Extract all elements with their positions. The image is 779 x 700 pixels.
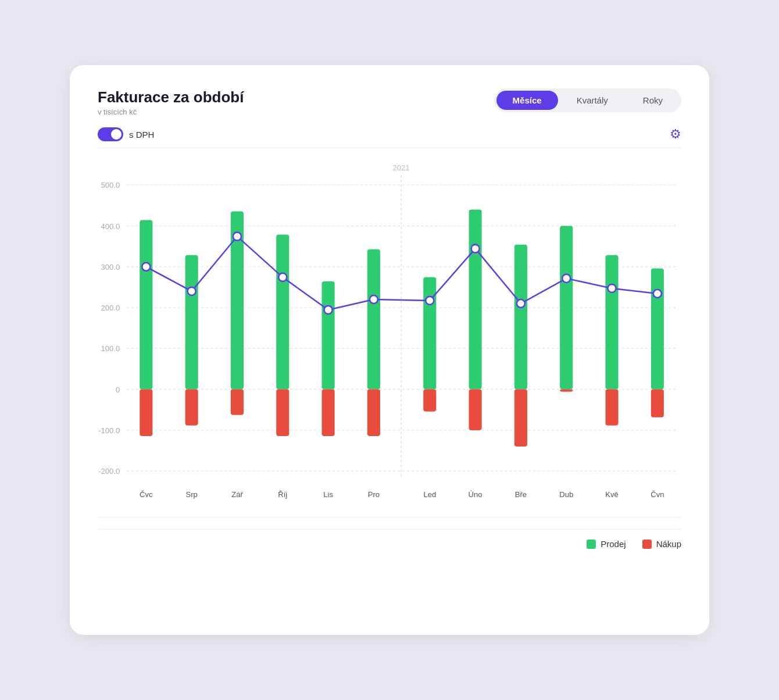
line-dot-5: [370, 295, 378, 303]
bar-prodej-lis: [322, 281, 335, 390]
line-dot-1: [188, 287, 196, 295]
line-dot-4: [324, 306, 333, 314]
svg-text:2021: 2021: [393, 163, 410, 172]
bar-nakup-uno: [469, 390, 482, 430]
bar-prodej-pro: [367, 249, 380, 390]
main-title: Fakturace za období: [98, 88, 244, 106]
svg-text:Úno: Úno: [469, 490, 483, 499]
bar-prodej-dub: [560, 226, 573, 389]
bar-nakup-led: [423, 390, 436, 412]
subtitle: v tisících kč: [98, 108, 244, 116]
tab-mesice[interactable]: Měsíce: [496, 91, 558, 110]
svg-text:-100.0: -100.0: [98, 426, 120, 435]
line-dot-2: [233, 233, 241, 241]
line-dot-0: [142, 263, 150, 271]
header: Fakturace za období v tisících kč Měsíce…: [98, 88, 681, 116]
tab-kvartaly[interactable]: Kvartály: [560, 91, 624, 110]
bar-prodej-led: [423, 277, 436, 390]
legend: Prodej Nákup: [98, 529, 681, 549]
bar-nakup-bre: [514, 390, 527, 447]
legend-label-prodej: Prodej: [601, 539, 626, 549]
bar-nakup-pro: [367, 390, 380, 436]
line-dot-6: [426, 297, 434, 305]
bar-prodej-rij: [276, 235, 289, 390]
line-dot-8: [517, 299, 525, 308]
svg-text:Zář: Zář: [231, 490, 243, 499]
legend-label-nakup: Nákup: [656, 539, 681, 549]
svg-text:Kvě: Kvě: [605, 490, 618, 499]
bar-nakup-zar: [231, 390, 244, 415]
bar-nakup-lis: [322, 390, 335, 436]
period-tabs: Měsíce Kvartály Roky: [494, 88, 681, 112]
legend-prodej: Prodej: [587, 539, 626, 549]
line-chart: [146, 237, 657, 310]
chart-svg: 500.0 400.0 300.0 200.0 100.0 0 -100.0 -…: [98, 153, 681, 515]
bar-prodej-cvc: [140, 220, 152, 389]
top-divider: [98, 148, 681, 148]
legend-nakup: Nákup: [642, 539, 681, 549]
svg-text:Dub: Dub: [559, 490, 573, 499]
bar-nakup-dub: [560, 390, 573, 392]
svg-text:500.0: 500.0: [101, 181, 120, 190]
bar-nakup-kve: [605, 390, 618, 426]
svg-text:400.0: 400.0: [101, 222, 120, 231]
legend-dot-nakup: [642, 540, 652, 549]
svg-text:200.0: 200.0: [101, 303, 120, 312]
line-dot-10: [608, 284, 616, 292]
bar-prodej-bre: [514, 245, 527, 390]
bar-prodej-cvn: [651, 269, 664, 390]
bar-prodej-srp: [185, 255, 198, 390]
svg-text:100.0: 100.0: [101, 344, 120, 353]
dph-toggle[interactable]: [98, 127, 123, 141]
bar-nakup-cvn: [651, 390, 664, 417]
svg-text:300.0: 300.0: [101, 263, 120, 272]
line-dot-11: [653, 290, 662, 298]
settings-icon[interactable]: ⚙: [670, 127, 681, 142]
line-dot-7: [471, 245, 480, 253]
bar-nakup-cvc: [140, 390, 152, 436]
bar-prodej-uno: [469, 209, 482, 389]
toggle-label: s DPH: [129, 130, 154, 140]
bottom-divider: [98, 517, 681, 517]
line-dot-3: [278, 273, 287, 281]
svg-text:0: 0: [116, 385, 120, 394]
legend-dot-prodej: [587, 540, 596, 549]
svg-text:-200.0: -200.0: [98, 467, 120, 476]
title-block: Fakturace za období v tisících kč: [98, 88, 244, 116]
svg-text:Srp: Srp: [185, 490, 197, 499]
bar-prodej-kve: [605, 255, 618, 390]
toggle-row: s DPH: [98, 127, 154, 141]
svg-text:Čvn: Čvn: [651, 490, 664, 499]
svg-text:Led: Led: [423, 490, 436, 499]
svg-text:Lis: Lis: [323, 490, 333, 499]
svg-text:Pro: Pro: [368, 490, 380, 499]
tab-roky[interactable]: Roky: [627, 91, 679, 110]
svg-text:Říj: Říj: [278, 490, 287, 499]
svg-text:Bře: Bře: [515, 490, 527, 499]
controls-row: s DPH ⚙: [98, 127, 681, 142]
main-card: Fakturace za období v tisících kč Měsíce…: [70, 65, 709, 635]
bar-nakup-srp: [185, 390, 198, 426]
bar-nakup-rij: [276, 390, 289, 436]
svg-text:Čvc: Čvc: [140, 490, 153, 499]
line-dot-9: [562, 274, 570, 283]
chart-container: 500.0 400.0 300.0 200.0 100.0 0 -100.0 -…: [98, 153, 681, 517]
